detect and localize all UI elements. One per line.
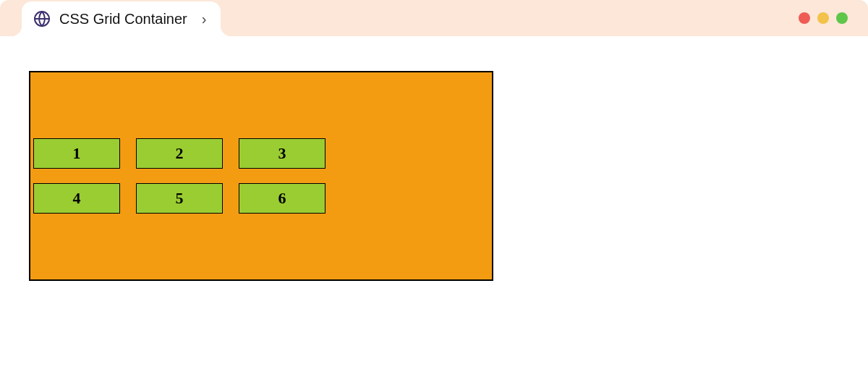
close-window-button[interactable]: [799, 12, 810, 24]
tab-active[interactable]: CSS Grid Container ›: [22, 1, 221, 36]
maximize-window-button[interactable]: [836, 12, 848, 24]
grid-item: 4: [33, 183, 120, 214]
grid-item: 3: [239, 138, 326, 169]
globe-icon: [33, 10, 51, 28]
chevron-right-icon: ›: [202, 12, 207, 26]
grid-item: 5: [136, 183, 223, 214]
minimize-window-button[interactable]: [817, 12, 829, 24]
tab-bar: CSS Grid Container ›: [0, 0, 868, 36]
grid-container: 1 2 3 4 5 6: [29, 71, 493, 281]
grid-item: 6: [239, 183, 326, 214]
window-controls: [799, 12, 848, 24]
grid-item: 2: [136, 138, 223, 169]
grid-item: 1: [33, 138, 120, 169]
tab-title: CSS Grid Container: [59, 11, 187, 28]
page-content: 1 2 3 4 5 6: [0, 36, 868, 316]
